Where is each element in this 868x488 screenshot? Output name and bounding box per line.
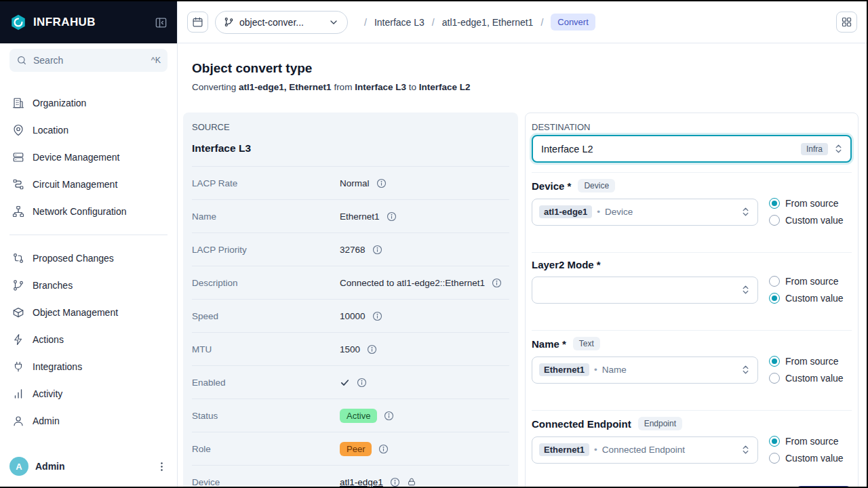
field-device: Device * Device atl1-edge1 • Device xyxy=(532,172,852,252)
sidebar-item-label: Integrations xyxy=(33,361,82,372)
user-menu-button[interactable] xyxy=(156,461,167,472)
hierarchy-icon xyxy=(12,205,24,218)
row-label: Description xyxy=(192,278,340,288)
radio-custom-value[interactable]: Custom value xyxy=(769,453,852,464)
info-icon[interactable] xyxy=(367,344,377,354)
row-label: LACP Priority xyxy=(192,245,340,255)
radio-label: From source xyxy=(785,356,839,367)
sidebar-item-actions[interactable]: Actions xyxy=(5,326,172,353)
device-select[interactable]: atl1-edge1 • Device xyxy=(532,199,758,226)
row-value: Normal xyxy=(340,178,370,188)
info-icon[interactable] xyxy=(357,378,367,388)
row-label: Device xyxy=(192,477,340,487)
sidebar-item-label: Device Management xyxy=(33,152,119,163)
row-label: Speed xyxy=(192,311,340,321)
sidebar: INFRAHUB Search ^K Organization Locati xyxy=(0,1,178,487)
sidebar-item-label: Actions xyxy=(33,334,64,345)
sidebar-item-integrations[interactable]: Integrations xyxy=(5,353,172,380)
lock-icon xyxy=(407,477,416,487)
lightning-bolt-icon xyxy=(12,333,24,346)
sidebar-item-label: Proposed Changes xyxy=(33,253,114,264)
field-connected-endpoint: Connected Endpoint Endpoint Ethernet1 • … xyxy=(532,410,852,475)
sidebar-item-branches[interactable]: Branches xyxy=(5,272,172,299)
field-label: Device * xyxy=(532,180,571,192)
panels: SOURCE Interface L3 LACP Rate Normal Nam… xyxy=(183,113,859,487)
sidebar-item-circuit-management[interactable]: Circuit Management xyxy=(5,171,172,198)
sidebar-item-label: Network Configuration xyxy=(33,206,127,217)
row-value: Connected to atl1-edge2::Ethernet1 xyxy=(340,278,485,288)
sidebar-item-activity[interactable]: Activity xyxy=(5,380,172,407)
sidebar-item-object-management[interactable]: Object Management xyxy=(5,299,172,326)
source-row-lacp-rate: LACP Rate Normal xyxy=(192,166,509,199)
branch-name: object-conver... xyxy=(239,17,304,28)
connected-endpoint-select[interactable]: Ethernet1 • Connected Endpoint xyxy=(532,436,758,464)
breadcrumb-item-interface-l3[interactable]: Interface L3 xyxy=(374,17,425,28)
sidebar-item-device-management[interactable]: Device Management xyxy=(5,144,172,171)
chevrons-up-down-icon xyxy=(833,144,844,154)
info-icon[interactable] xyxy=(376,178,387,188)
radio-label: Custom value xyxy=(785,373,844,384)
subtitle-text: from xyxy=(334,82,352,92)
namespace-badge: Infra xyxy=(801,143,828,155)
page-title: Object convert type xyxy=(192,61,859,76)
avatar: A xyxy=(9,457,28,476)
sidebar-item-location[interactable]: Location xyxy=(5,117,172,144)
device-link[interactable]: atl1-edge1 xyxy=(340,477,383,487)
source-panel: SOURCE Interface L3 LACP Rate Normal Nam… xyxy=(183,113,518,487)
check-icon xyxy=(340,378,350,388)
chevrons-up-down-icon xyxy=(741,285,751,295)
radio-from-source[interactable]: From source xyxy=(769,356,852,367)
row-value: 1500 xyxy=(340,344,360,354)
source-row-speed: Speed 10000 xyxy=(192,299,509,332)
breadcrumb-item-object[interactable]: atl1-edge1, Ethernet1 xyxy=(442,17,534,28)
destination-kind-select[interactable]: Interface L2 Infra xyxy=(532,135,852,163)
source-row-enabled: Enabled xyxy=(192,365,509,399)
sidebar-item-organization[interactable]: Organization xyxy=(5,89,172,117)
git-branch-icon xyxy=(12,279,24,291)
layer2-mode-select[interactable] xyxy=(532,277,758,304)
branch-selector[interactable]: object-conver... xyxy=(215,11,348,34)
destination-panel: DESTINATION Interface L2 Infra Device * … xyxy=(525,113,859,487)
calendar-icon xyxy=(192,16,203,28)
name-select[interactable]: Ethernet1 • Name xyxy=(532,357,758,384)
row-label: Role xyxy=(192,444,340,454)
field-kind-badge: Device xyxy=(578,179,615,192)
source-row-description: Description Connected to atl1-edge2::Eth… xyxy=(192,266,509,299)
sidebar-item-admin[interactable]: Admin xyxy=(5,407,172,434)
info-icon[interactable] xyxy=(390,477,400,487)
info-icon[interactable] xyxy=(372,245,382,255)
radio-custom-value[interactable]: Custom value xyxy=(769,215,852,226)
radio-custom-value[interactable]: Custom value xyxy=(769,373,852,384)
sidebar-item-network-configuration[interactable]: Network Configuration xyxy=(5,198,172,225)
radio-custom-value[interactable]: Custom value xyxy=(769,293,852,304)
schedule-button[interactable] xyxy=(187,12,208,33)
radio-from-source[interactable]: From source xyxy=(769,276,852,287)
app-name: INFRAHUB xyxy=(33,16,96,29)
radio-from-source[interactable]: From source xyxy=(769,198,852,209)
search-input[interactable]: Search ^K xyxy=(9,49,167,72)
radio-from-source[interactable]: From source xyxy=(769,436,852,447)
row-label: Enabled xyxy=(192,378,340,388)
sidebar-item-proposed-changes[interactable]: Proposed Changes xyxy=(5,245,172,272)
chevrons-up-down-icon xyxy=(741,207,751,217)
source-row-name: Name Ethernet1 xyxy=(192,199,509,232)
convert-button[interactable]: Convert xyxy=(795,486,852,487)
source-row-status: Status Active xyxy=(192,399,509,432)
value-kind: Connected Endpoint xyxy=(602,445,685,455)
search-placeholder: Search xyxy=(33,55,63,66)
info-icon[interactable] xyxy=(387,211,397,222)
info-icon[interactable] xyxy=(372,311,382,321)
field-kind-badge: Endpoint xyxy=(638,417,682,430)
radio-icon xyxy=(769,293,780,304)
info-icon[interactable] xyxy=(378,444,389,454)
sidebar-item-label: Location xyxy=(33,125,68,136)
panel-collapse-icon xyxy=(155,16,167,29)
radio-icon xyxy=(769,356,780,367)
info-icon[interactable] xyxy=(384,411,394,421)
subtitle-text: Converting xyxy=(192,82,236,92)
app-root: INFRAHUB Search ^K Organization Locati xyxy=(0,0,868,488)
info-icon[interactable] xyxy=(492,278,502,288)
apps-button[interactable] xyxy=(836,12,857,33)
radio-icon xyxy=(769,198,780,209)
sidebar-collapse-button[interactable] xyxy=(155,16,167,29)
